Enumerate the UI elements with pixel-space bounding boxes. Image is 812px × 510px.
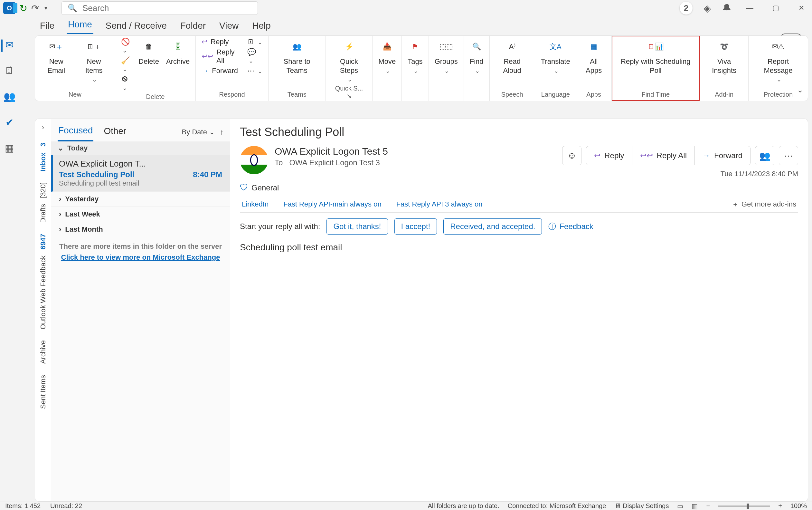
groups-button[interactable]: ⬚⬚Groups [435,38,458,75]
tab-home[interactable]: Home [67,16,93,34]
zoom-out-icon[interactable]: − [706,502,710,510]
minimize-button[interactable]: — [743,4,757,12]
sort-by-date[interactable]: By Date ⌄ [182,128,215,136]
ribbon-collapse-icon[interactable]: ⌄ [797,85,803,94]
status-items: Items: 1,452 [5,502,40,510]
folder-archive[interactable]: Archive [39,340,47,364]
tab-focused[interactable]: Focused [58,123,93,141]
group-yesterday[interactable]: ›Yesterday [51,192,230,207]
all-apps-button[interactable]: ▦All Apps [582,38,606,75]
quick-reply-1[interactable]: Got it, thanks! [327,219,388,234]
display-settings[interactable]: 🖥 Display Settings [614,502,669,510]
more-items-link[interactable]: Click here to view more on Microsoft Exc… [51,251,230,263]
more-respond-icon[interactable]: ⋯ [247,67,262,75]
message-date: Tue 11/14/2023 8:40 PM [721,170,798,178]
sync-icon[interactable]: ↻ [19,3,27,14]
zoom-slider[interactable] [718,506,770,507]
find-button[interactable]: 🔍Find [470,38,484,75]
reply-button[interactable]: ↩Reply [202,38,240,46]
group-last-month[interactable]: ›Last Month [51,222,230,237]
recipient-line: To OWA Explicit Logon Test 3 [275,158,556,167]
rail-apps-icon[interactable]: ▦ [2,142,17,154]
im-icon[interactable]: 💬 [247,48,262,65]
addin-linkedin[interactable]: LinkedIn [242,200,269,208]
rail-people-icon[interactable]: 👥 [2,90,17,103]
group-today[interactable]: ⌄Today [51,141,230,155]
tab-send-receive[interactable]: Send / Receive [104,18,168,34]
quick-steps-button[interactable]: ⚡Quick Steps [332,38,367,83]
quick-reply-3[interactable]: Received, and accepted. [443,219,542,234]
forward-button[interactable]: →Forward [202,67,240,75]
folder-drafts[interactable]: Drafts [320] [39,182,47,223]
group-new-label: New [68,90,82,100]
cleanup-icon[interactable]: 🧹 [121,56,132,73]
move-button[interactable]: 📥Move [378,38,396,75]
group-last-week[interactable]: ›Last Week [51,207,230,222]
more-actions-button[interactable]: ⋯ [779,146,798,165]
rail-mail-icon[interactable]: ✉ [2,39,17,51]
message-item[interactable]: OWA Explicit Logon T... Test Scheduling … [51,155,230,192]
sort-direction-icon[interactable]: ↑ [220,128,223,136]
reply-all-button[interactable]: ↩↩Reply All [202,48,240,65]
folder-sent[interactable]: Sent Items [39,375,47,409]
sensitivity-label: 🛡General [240,183,798,193]
group-respond-label: Respond [219,90,245,100]
teams-chat-button[interactable]: 👥 [755,146,774,165]
search-box[interactable]: 🔍 [61,1,258,15]
coming-soon-badge[interactable]: 2 [680,2,693,15]
read-aloud-button[interactable]: A⁾Read Aloud [495,38,529,75]
junk-icon[interactable]: 🛇 [121,75,132,92]
premium-icon[interactable]: ◈ [703,3,711,14]
folder-owf[interactable]: Outlook Web Feedback 6947 [39,234,47,330]
message-from: OWA Explicit Logon T... [59,159,222,169]
tab-folder[interactable]: Folder [179,18,207,34]
addin-fastreply-main[interactable]: Fast Reply API-main always on [283,200,381,208]
rail-todo-icon[interactable]: ✔ [2,116,17,128]
new-email-button[interactable]: ✉＋New Email [41,38,71,75]
sender-name: OWA Explicit Logon Test 5 [275,146,556,157]
tab-help[interactable]: Help [251,18,272,34]
bell-icon[interactable]: 🔔︎ [722,3,731,13]
message-time: 8:40 PM [193,170,222,179]
header-forward-button[interactable]: →Forward [695,146,750,165]
status-connection: Connected to: Microsoft Exchange [508,502,606,510]
maximize-button[interactable]: ▢ [768,4,783,12]
view-normal-icon[interactable]: ▭ [677,502,683,510]
react-emoji-button[interactable]: ☺ [562,146,581,165]
tags-button[interactable]: ⚑Tags [408,38,422,75]
qat-dropdown-icon[interactable]: ▾ [43,4,49,11]
archive-button[interactable]: 🗄Archive [166,38,190,66]
header-reply-all-button[interactable]: ↩↩Reply All [632,146,695,165]
reading-title: Test Scheduling Poll [240,125,798,139]
delete-button[interactable]: 🗑Delete [139,38,159,66]
feedback-link[interactable]: ⓘFeedback [548,221,593,232]
group-protection-label: Protection [764,90,793,100]
get-more-addins[interactable]: ＋ Get more add-ins [732,199,796,209]
header-reply-button[interactable]: ↩Reply [586,146,632,165]
folder-inbox[interactable]: Inbox 3 [39,143,47,171]
viva-insights-button[interactable]: ➰Viva Insights [706,38,743,75]
share-teams-button[interactable]: 👥Share to Teams [274,38,320,75]
view-reading-icon[interactable]: ▥ [692,502,698,510]
undo-icon[interactable]: ↶ [30,1,41,15]
meeting-icon[interactable]: 🗓 [247,38,262,46]
shield-icon: 🛡 [240,183,248,193]
group-quick-label: Quick S... ↘ [332,83,367,102]
addin-fastreply-3[interactable]: Fast Reply API 3 always on [396,200,483,208]
zoom-in-icon[interactable]: + [778,502,782,510]
tab-file[interactable]: File [39,18,56,34]
tab-view[interactable]: View [218,18,240,34]
ignore-icon[interactable]: 🚫 [121,38,132,54]
rail-calendar-icon[interactable]: 🗓 [2,64,17,77]
translate-button[interactable]: 文ATranslate [541,38,570,75]
quick-reply-2[interactable]: I accept! [394,219,437,234]
search-input[interactable] [83,3,252,13]
new-items-button[interactable]: 🗓＋New Items [79,38,109,83]
expand-folders-icon[interactable]: › [42,123,44,132]
close-button[interactable]: ✕ [794,4,809,12]
group-apps-label: Apps [586,90,601,100]
report-message-button[interactable]: ✉⚠Report Message [754,38,802,83]
tab-other[interactable]: Other [103,123,127,141]
reply-scheduling-poll-button[interactable]: 🗓📊Reply with Scheduling Poll [618,38,694,75]
status-sync: All folders are up to date. [427,502,499,510]
